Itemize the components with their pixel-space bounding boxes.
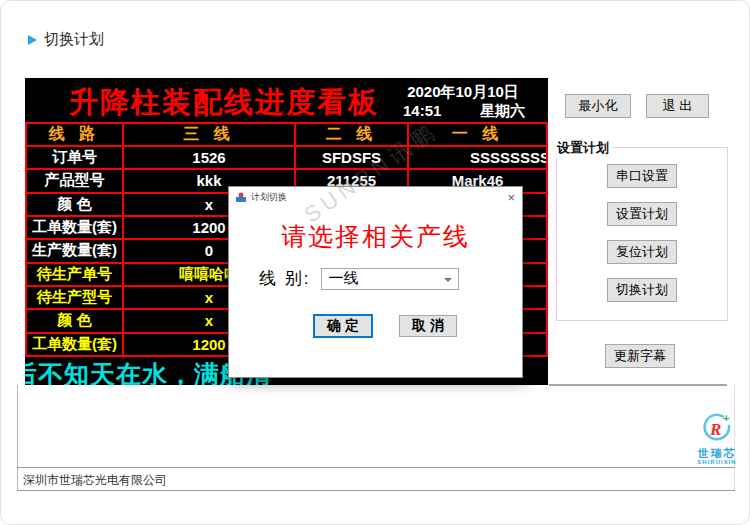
svg-text:R: R [709,420,721,439]
chevron-down-icon [444,278,452,282]
row-label: 颜 色 [26,193,123,216]
row-cell: 1526 [123,146,295,169]
cancel-button[interactable]: 取 消 [399,315,457,337]
row-label: 待生产单号 [26,263,123,286]
settings-button-2[interactable]: 复位计划 [607,240,677,264]
dialog-icon [236,192,246,202]
line-select-value: 一线 [328,269,358,288]
dialog-title: 计划切换 [251,191,287,204]
settings-button-1[interactable]: 设置计划 [607,202,677,226]
settings-groupbox: 设置计划 串口设置设置计划复位计划切换计划 [556,147,728,321]
settings-group-label: 设置计划 [553,139,613,157]
logo-emblem-icon: R + [702,413,732,443]
line-select-label: 线 别: [259,267,310,290]
statusbar-top-line [17,467,735,468]
column-header-2: 二 线 [295,123,408,146]
minimize-button[interactable]: 最小化 [565,94,631,118]
plan-switch-dialog: 计划切换 × 请选择相关产线 线 别: 一线 确 定 取 消 [228,186,523,378]
time-text: 14:51 [403,101,441,120]
breadcrumb: 切换计划 [28,30,104,49]
logo-name: 世瑞芯 [692,447,742,459]
window-border-left [17,385,18,491]
row-label: 工单数量(套) [26,216,123,239]
date-text: 2020年10月10日 [393,82,533,101]
datetime-block: 2020年10月10日 14:51 星期六 [393,82,533,120]
exit-button[interactable]: 退 出 [646,94,709,118]
row-label: 颜 色 [26,309,123,332]
dialog-message: 请选择相关产线 [229,220,522,253]
row-cell: SSSSSSSS [408,146,547,169]
update-subtitle-button[interactable]: 更新字幕 [605,344,675,368]
row-label: 订单号 [26,146,123,169]
statusbar-bottom-line [17,490,735,491]
column-header-1: 三 线 [123,123,295,146]
company-name: 深圳市世瑞芯光电有限公司 [23,472,167,489]
svg-text:+: + [723,413,729,424]
settings-button-0[interactable]: 串口设置 [607,164,677,188]
divider-line [549,384,727,386]
ok-button[interactable]: 确 定 [313,314,373,338]
row-label: 工单数量(套) [26,333,123,356]
row-label: 待生产型号 [26,286,123,309]
dialog-titlebar[interactable]: 计划切换 × [229,187,522,207]
row-label: 生产数量(套) [26,239,123,262]
weekday-text: 星期六 [480,101,525,120]
table-header-row: 线 路三 线二 线一 线 [26,123,547,146]
row-cell: SFDSFS [295,146,408,169]
board-title: 升降柱装配线进度看板 [69,83,379,123]
column-header-3: 一 线 [408,123,547,146]
page-title: 切换计划 [44,30,104,49]
close-icon[interactable]: × [507,191,515,204]
logo-subtext: SHIRUIXIN [692,459,742,466]
table-row: 订单号1526SFDSFSSSSSSSSS [26,146,547,169]
line-select-dropdown[interactable]: 一线 [321,268,459,290]
brand-logo: R + 世瑞芯 SHIRUIXIN [692,413,742,465]
play-triangle-icon [28,35,37,45]
column-header-0: 线 路 [26,123,123,146]
row-label: 产品型号 [26,169,123,192]
settings-button-3[interactable]: 切换计划 [607,278,677,302]
